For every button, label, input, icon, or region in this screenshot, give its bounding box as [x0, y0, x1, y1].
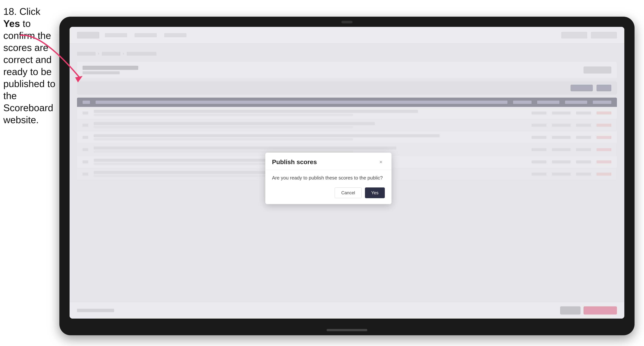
- dialog-title: Publish scores: [272, 158, 317, 166]
- dialog-body: Are you ready to publish these scores to…: [265, 170, 392, 204]
- modal-overlay: Publish scores × Are you ready to publis…: [70, 27, 624, 319]
- dialog-header: Publish scores ×: [265, 153, 392, 170]
- step-number: 18.: [3, 6, 17, 17]
- instruction-text: 18. Click Yes to confirm the scores are …: [3, 5, 59, 126]
- dialog-close-button[interactable]: ×: [377, 158, 385, 166]
- tablet-screen: Publish scores × Are you ready to publis…: [70, 27, 624, 319]
- dialog-message: Are you ready to publish these scores to…: [272, 175, 385, 181]
- yes-button[interactable]: Yes: [365, 187, 385, 198]
- cancel-button[interactable]: Cancel: [335, 187, 362, 198]
- tablet-device: Publish scores × Are you ready to publis…: [59, 17, 634, 335]
- dialog-actions: Cancel Yes: [272, 187, 385, 198]
- yes-emphasis: Yes: [3, 18, 20, 29]
- publish-scores-dialog: Publish scores × Are you ready to publis…: [265, 153, 392, 204]
